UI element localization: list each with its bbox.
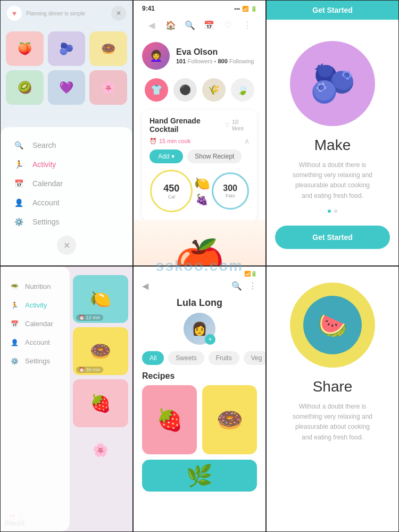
sidebar-item-search[interactable]: 🔍 Search bbox=[1, 136, 132, 155]
bm-avatar: 👩 + bbox=[184, 313, 215, 345]
dropdown-arrow: ▾ bbox=[171, 153, 174, 160]
sidebar-item-account[interactable]: 👤 Account bbox=[1, 193, 132, 212]
close-circle-btn[interactable]: ✕ bbox=[57, 236, 76, 255]
recipe-actions: Add ▾ Show Reciept bbox=[149, 149, 250, 163]
cat-circle[interactable]: ⚫ bbox=[173, 78, 197, 102]
bm-user-name: Lula Long bbox=[177, 297, 222, 309]
food-item-6[interactable]: 🌸 bbox=[89, 70, 127, 105]
dot-2 bbox=[334, 210, 337, 213]
bm-recipe-card-3[interactable]: 🌿 bbox=[142, 460, 257, 492]
cat-leaf[interactable]: 🍃 bbox=[231, 78, 254, 102]
home-icon[interactable]: 🏠 bbox=[162, 16, 179, 34]
bl-card-emoji-3: 🍓 bbox=[73, 379, 128, 427]
bm-nav: ◀ 🔍 ⋮ bbox=[134, 279, 265, 295]
get-started-bottom-btn[interactable]: Get Started bbox=[275, 226, 390, 249]
cell-top-mid: 9:41 ▪▪▪ 📶 🔋 ◀ 🏠 🔍 📅 ♡ ⋮ 👩‍🦱 Eva Olson 1… bbox=[133, 0, 266, 266]
tl-heart[interactable]: ♥ bbox=[7, 6, 22, 21]
account-icon: 👤 bbox=[13, 197, 24, 208]
tl-food-grid: 🍑 🫐 🍩 🥝 💜 🌸 bbox=[1, 26, 132, 110]
bm-recipe-grid: 🍓 🍩 bbox=[134, 385, 265, 454]
food-item-2[interactable]: 🫐 bbox=[48, 31, 86, 66]
tab-sweets[interactable]: Sweets bbox=[168, 351, 204, 365]
collapse-icon[interactable]: ∧ bbox=[244, 137, 250, 145]
bm-more-icon[interactable]: ⋮ bbox=[248, 281, 257, 291]
cat-wheat[interactable]: 🌾 bbox=[202, 78, 226, 102]
activity-icon: 🏃 bbox=[13, 159, 24, 170]
bl-card-1[interactable]: 🍋 ⏰ 12 min bbox=[73, 275, 128, 323]
cell-bottom-left: 🥗 Nutrition 🏃 Activity 📅 Calendar 👤 Acco… bbox=[0, 266, 133, 532]
profile-section: 👩‍🦱 Eva Olson 101 Followers • 800 Follow… bbox=[134, 38, 265, 74]
more-icon[interactable]: ⋮ bbox=[239, 16, 256, 34]
bm-status-icons: 📶🔋 bbox=[244, 271, 257, 277]
bl-card-4[interactable]: 🌸 bbox=[73, 431, 128, 469]
bl-card-3[interactable]: 🍓 bbox=[73, 379, 128, 427]
bl-sidebar-account[interactable]: 👤 Account bbox=[1, 333, 70, 352]
bl-card-2[interactable]: 🍩 ⏰ 30 min bbox=[73, 327, 128, 375]
recipe-likes: ♡ 10 likes bbox=[225, 119, 250, 131]
sidebar-item-settings[interactable]: ⚙️ Settings bbox=[1, 212, 132, 231]
bl-card-time-2: ⏰ 30 min bbox=[76, 367, 103, 373]
bm-add-icon[interactable]: + bbox=[205, 334, 215, 345]
bm-filter-tabs: All Sweets Fruits Veg bbox=[134, 351, 265, 371]
food-emoji-2: 🍇 bbox=[195, 193, 209, 206]
food-item-1[interactable]: 🍑 bbox=[6, 31, 44, 66]
status-icons: ▪▪▪ 📶 🔋 bbox=[234, 6, 257, 12]
recipe-emoji-3: 🌿 bbox=[186, 463, 213, 488]
bl-sidebar-nutrition[interactable]: 🥗 Nutrition bbox=[1, 277, 70, 296]
status-time: 9:41 bbox=[142, 5, 155, 12]
bm-recipes-title: Recipes bbox=[134, 371, 265, 385]
user-name: Eva Olson bbox=[176, 47, 257, 57]
food-item-4[interactable]: 🥝 bbox=[6, 70, 44, 105]
bm-nav-right: 🔍 ⋮ bbox=[231, 281, 257, 291]
get-started-top-btn[interactable]: Get Started bbox=[267, 1, 398, 20]
show-receipt-button[interactable]: Show Reciept bbox=[187, 149, 242, 163]
bl-sidebar-settings[interactable]: ⚙️ Settings bbox=[1, 352, 70, 370]
make-desc: Without a doubt there is something very … bbox=[279, 160, 386, 201]
cat-shirt[interactable]: 👕 bbox=[145, 78, 168, 102]
tab-fruits[interactable]: Fruits bbox=[209, 351, 239, 365]
bm-search-icon[interactable]: 🔍 bbox=[231, 281, 242, 291]
calendar-nav-icon[interactable]: 📅 bbox=[201, 16, 218, 34]
bm-recipe-card-1[interactable]: 🍓 bbox=[142, 385, 197, 454]
bl-sidebar-calendar[interactable]: 📅 Calendar bbox=[1, 314, 70, 333]
tl-close-btn[interactable]: ✕ bbox=[111, 6, 126, 21]
bl-food-cards: 🍋 ⏰ 12 min 🍩 ⏰ 30 min 🍓 🌸 bbox=[69, 267, 132, 477]
bm-avatar-emoji: 👩 bbox=[192, 321, 207, 336]
recipe-emoji-1: 🍓 bbox=[156, 408, 183, 433]
share-title: Share bbox=[313, 378, 353, 395]
bl-sidebar: 🥗 Nutrition 🏃 Activity 📅 Calendar 👤 Acco… bbox=[1, 267, 70, 531]
bl-calendar-icon: 📅 bbox=[9, 320, 20, 328]
food-item-3[interactable]: 🍩 bbox=[89, 31, 127, 66]
sidebar-item-activity[interactable]: 🏃 Activity bbox=[1, 155, 132, 174]
fats-circle: 300 Fats bbox=[212, 172, 249, 210]
grapefruit-emoji: 🍉 bbox=[318, 311, 347, 339]
bm-back-icon[interactable]: ◀ bbox=[142, 281, 148, 291]
recipe-time: ⏰ 15 min cook ∧ bbox=[149, 137, 250, 145]
search-nav-icon[interactable]: 🔍 bbox=[181, 16, 198, 34]
nutrition-circles: 450 Cal 🍋 🍇 300 Fats bbox=[149, 168, 250, 214]
bm-status-bar: 📶🔋 bbox=[134, 267, 265, 279]
recipe-emoji-2: 🍩 bbox=[217, 408, 243, 433]
back-nav-icon[interactable]: ◀ bbox=[143, 16, 160, 34]
cell-top-right: Get Started 🫐 Make Without a doubt there… bbox=[266, 0, 399, 266]
following-label: Following bbox=[229, 58, 254, 64]
bl-sidebar-activity[interactable]: 🏃 Activity bbox=[1, 296, 70, 314]
food-emojis: 🍋 🍇 bbox=[194, 176, 210, 206]
food-item-5[interactable]: 💜 bbox=[48, 70, 86, 105]
nutrition-icon: 🥗 bbox=[9, 283, 20, 290]
tab-all[interactable]: All bbox=[142, 351, 164, 365]
add-button[interactable]: Add ▾ bbox=[149, 149, 183, 163]
bm-recipe-card-2[interactable]: 🍩 bbox=[202, 385, 257, 454]
fats-label: Fats bbox=[226, 193, 235, 198]
bl-card-time-1: ⏰ 12 min bbox=[76, 314, 103, 321]
heart-nav-icon[interactable]: ♡ bbox=[220, 16, 237, 34]
food-emoji-1: 🍋 bbox=[194, 176, 210, 191]
top-nav: ◀ 🏠 🔍 📅 ♡ ⋮ bbox=[134, 14, 265, 38]
followers-label: Followers bbox=[187, 58, 212, 64]
blueberry-emoji: 🫐 bbox=[310, 62, 356, 105]
tab-veg[interactable]: Veg bbox=[244, 351, 266, 365]
share-desc: Without a doubt there is something very … bbox=[279, 402, 386, 443]
calories-circle: 450 Cal bbox=[150, 170, 193, 212]
sidebar-item-calendar[interactable]: 📅 Calendar bbox=[1, 174, 132, 193]
bm-bottom-card-row: 🌿 bbox=[134, 454, 265, 492]
